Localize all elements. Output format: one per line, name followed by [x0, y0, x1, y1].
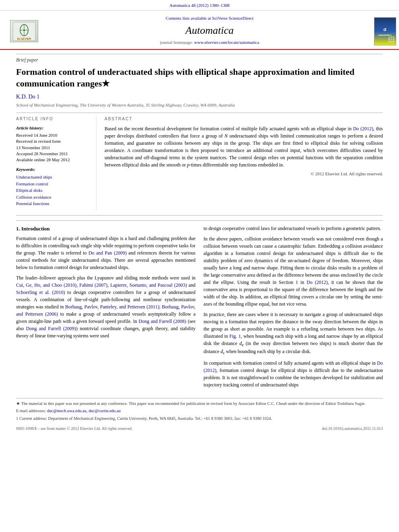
ref-do-2012-comp[interactable]: Do (2012)	[204, 360, 383, 373]
body-section: 1. Introduction Formation control of a g…	[16, 220, 383, 431]
svg-text:ELSEVIER: ELSEVIER	[17, 37, 31, 40]
footnote-email: E-mail addresses: duc@mech.uwa.edu.au, d…	[16, 408, 383, 414]
abstract-section: ABSTRACT Based on the recent theoretical…	[105, 116, 383, 210]
keywords-label: Keywords:	[16, 166, 90, 173]
body-para-5: In comparison with formation control of …	[204, 359, 383, 388]
article-info-heading: ARTICLE INFO	[16, 116, 90, 122]
abstract-ref-do2012[interactable]: Do (2012)	[353, 126, 373, 131]
ref-fahimi[interactable]: Fahimi (2007)	[79, 282, 107, 288]
footnote-star: ★ The material in this paper was not pre…	[16, 401, 383, 407]
body-two-col: 1. Introduction Formation control of a g…	[16, 225, 383, 392]
body-para-3: In the above papers, collision avoidance…	[204, 235, 383, 308]
body-para-2: The leader–follower approach plus the Ly…	[16, 274, 195, 339]
paper-type: Brief paper	[16, 54, 383, 64]
footnote-1: 1 Current address: Department of Mechani…	[16, 416, 383, 422]
elsevier-logo-image: ELSEVIER	[10, 20, 38, 42]
paper-title: Formation control of underactuated ships…	[16, 66, 383, 89]
journal-homepage: journal homepage: www.elsevier.com/locat…	[48, 39, 371, 45]
journal-reference: Automatica 48 (2012) 1380–1388	[0, 0, 399, 10]
journal-title: Automatica	[48, 23, 371, 38]
ref-dong-farrell-2008[interactable]: Dong and Farrell (2008)	[138, 318, 186, 324]
footnote-star-text: ★ The material in this paper was not pre…	[16, 401, 366, 406]
abstract-heading: ABSTRACT	[105, 116, 383, 122]
journal-logo-right-section: a automatica	[371, 14, 399, 49]
keyword-3[interactable]: Elliptical disks	[16, 187, 90, 194]
revised-date: 13 November 2011	[16, 145, 90, 151]
email-links[interactable]: duc@mech.uwa.edu.au, duc@curtin.edu.au	[47, 409, 121, 413]
svg-point-4	[23, 29, 25, 31]
keyword-1[interactable]: Underactuated ships	[16, 174, 90, 181]
main-content: Brief paper Formation control of underac…	[0, 50, 399, 435]
sciverse-link[interactable]: Contents lists available at SciVerse Sci…	[48, 15, 371, 21]
elsevier-logo: ELSEVIER	[10, 20, 38, 42]
ref-cui[interactable]: Cui, Ge, Ho, and Choo (2010)	[16, 282, 76, 288]
author-affiliation: School of Mechanical Engineering, The Un…	[16, 102, 383, 108]
ref-fig1[interactable]: Fig. 1	[229, 333, 241, 339]
body-para-1: Formation control of a group of underact…	[16, 235, 195, 271]
keyword-4[interactable]: Collision avoidance	[16, 194, 90, 201]
logo-letter: a	[384, 25, 387, 33]
copyright-line: © 2012 Elsevier Ltd. All rights reserved…	[105, 171, 383, 177]
author-name[interactable]: K.D. Do 1	[16, 93, 383, 101]
footnote-area: ★ The material in this paper was not pre…	[16, 398, 383, 422]
automatica-logo: a automatica	[374, 17, 396, 45]
body-para-4: In practice, there are cases where it is…	[204, 311, 383, 356]
keywords-block: Keywords: Underactuated ships Formation …	[16, 166, 90, 207]
ref-schoerling[interactable]: Schoerling et al. (2010)	[16, 290, 65, 295]
available-date: Available online 28 May 2012	[16, 157, 90, 163]
keyword-5[interactable]: Potential functions	[16, 200, 90, 207]
revised-label: Received in revised form	[16, 138, 90, 144]
article-history-block: Article history: Received 14 June 2010 R…	[16, 125, 90, 163]
homepage-label: journal homepage:	[160, 40, 193, 45]
ref-do-2012-body[interactable]: Do (2012)	[306, 279, 328, 285]
journal-title-section: Contents lists available at SciVerse Sci…	[48, 14, 371, 49]
accepted-date: Accepted 28 November 2011	[16, 151, 90, 157]
ref-dong-farrell-2009[interactable]: Dong and Farrell (2009)	[26, 326, 76, 331]
homepage-url[interactable]: www.elsevier.com/locate/automatica	[194, 40, 259, 45]
abstract-text: Based on the recent theoretical developm…	[105, 125, 383, 168]
body-para-2-cont: to design cooperative control laws for u…	[204, 225, 383, 232]
received-date: Received 14 June 2010	[16, 132, 90, 138]
ref-lapierre[interactable]: Lapierre, Soetanto, and Pascoal (2003)	[110, 282, 187, 288]
divider-1	[16, 113, 383, 113]
elsevier-logo-section: ELSEVIER	[0, 14, 48, 49]
sciverse-text: Contents lists available at SciVerse Sci…	[166, 16, 253, 21]
body-col-right: to design cooperative control laws for u…	[204, 225, 383, 392]
section-1-heading: 1. Introduction	[16, 225, 195, 233]
issn-info: 0005-1098/$ – see front matter © 2012 El…	[16, 426, 132, 431]
body-col-left: 1. Introduction Formation control of a g…	[16, 225, 195, 392]
ref-do-pan-2009[interactable]: Do and Pan (2009)	[88, 250, 127, 256]
article-info-section: ARTICLE INFO Article history: Received 1…	[16, 116, 383, 210]
history-label: Article history:	[16, 125, 90, 131]
journal-header: ELSEVIER Contents lists available at Sci…	[0, 10, 399, 49]
divider-2	[16, 215, 383, 216]
article-info: ARTICLE INFO Article history: Received 1…	[16, 116, 97, 210]
keyword-2[interactable]: Formation control	[16, 181, 90, 187]
email-label: E-mail addresses:	[16, 409, 46, 413]
conjunction-and: and	[171, 326, 178, 331]
doi-info: doi:10.1016/j.automatica.2011.11.013	[322, 426, 383, 431]
ref-borhaug-2011[interactable]: Borhaug, Pavlov, Panteley, and Pettersen…	[65, 304, 159, 310]
bottom-bar: 0005-1098/$ – see front matter © 2012 El…	[16, 426, 383, 431]
